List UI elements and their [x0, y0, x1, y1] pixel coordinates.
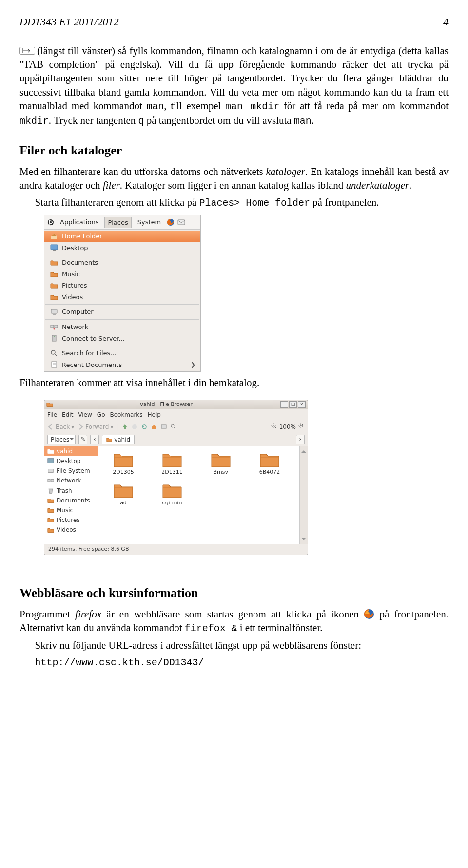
svg-rect-6 — [178, 220, 185, 225]
path-fwd-button[interactable]: › — [296, 435, 305, 444]
places-connect-server[interactable]: Connect to Server... — [44, 333, 200, 345]
side-vahid[interactable]: vahid — [44, 446, 98, 456]
header-page-number: 4 — [443, 15, 448, 29]
svg-point-16 — [51, 350, 55, 354]
menu-applications[interactable]: Applications — [57, 217, 101, 228]
places-music[interactable]: Music — [44, 269, 200, 280]
folder-item[interactable]: 2D1305 — [101, 451, 145, 476]
zoom-controls: 100% — [271, 423, 305, 431]
forward-button[interactable]: Forward ▾ — [77, 423, 113, 431]
fb-statusbar: 294 items, Free space: 8.6 GB — [44, 544, 308, 555]
places-videos[interactable]: Videos — [44, 291, 200, 303]
zoom-level: 100% — [279, 423, 296, 431]
places-computer[interactable]: Computer — [44, 306, 200, 318]
menu-bookmarks[interactable]: Bookmarks — [110, 411, 142, 419]
menu-system[interactable]: System — [135, 217, 164, 228]
svg-point-13 — [54, 328, 55, 329]
svg-rect-12 — [55, 325, 58, 328]
caption-gnome: Filhanteraren kommer att visa innehållet… — [20, 376, 448, 389]
places-network[interactable]: Network — [44, 321, 200, 333]
svg-rect-24 — [48, 469, 54, 473]
paragraph-url-instruction: Skriv nu följande URL-adress i adressfäl… — [20, 638, 448, 652]
fb-titlebar: vahid - File Browser _ □ × — [44, 400, 308, 410]
folder-item[interactable]: cgi-min — [150, 482, 194, 507]
zoom-out-icon[interactable] — [271, 423, 277, 431]
fb-file-pane[interactable]: 2D1305 2D1311 3msv 6B4072 ad cgi-min — [98, 446, 299, 544]
back-button[interactable]: Back ▾ — [47, 423, 74, 431]
menu-places[interactable]: Places — [104, 217, 131, 228]
ubuntu-icon — [47, 219, 54, 226]
svg-rect-10 — [53, 314, 56, 315]
side-videos[interactable]: Videos — [44, 525, 98, 535]
firefox-panel-icon[interactable] — [167, 218, 175, 226]
places-search[interactable]: Search for Files... — [44, 347, 200, 359]
svg-rect-14 — [52, 335, 56, 341]
folder-item[interactable]: 3msv — [199, 451, 243, 476]
zoom-in-icon[interactable] — [298, 423, 305, 431]
network-icon — [50, 323, 58, 331]
places-home-folder[interactable]: Home Folder — [44, 231, 200, 242]
folder-icon — [50, 259, 58, 267]
fb-menubar: File Edit View Go Bookmarks Help — [44, 409, 308, 421]
gnome-top-panel: Applications Places System — [44, 215, 200, 230]
side-trash[interactable]: Trash — [44, 486, 98, 496]
svg-rect-7 — [51, 245, 58, 250]
side-network[interactable]: Network — [44, 476, 98, 485]
desktop-icon — [50, 244, 58, 251]
side-desktop[interactable]: Desktop — [44, 456, 98, 466]
up-button[interactable] — [121, 424, 128, 430]
places-recent[interactable]: Recent Documents ❯ — [44, 359, 200, 371]
paragraph-tab-completion: (längst till vänster) så fylls kommandon… — [20, 44, 448, 128]
places-dropdown[interactable]: Places — [47, 435, 76, 444]
fb-location-bar: Places ✎ ‹ vahid › — [44, 433, 308, 446]
folder-item[interactable]: 6B4072 — [248, 451, 292, 476]
firefox-icon — [364, 609, 374, 619]
places-pictures[interactable]: Pictures — [44, 280, 200, 291]
minimize-button[interactable]: _ — [280, 401, 288, 408]
home-button[interactable] — [151, 424, 157, 430]
menu-view[interactable]: View — [78, 411, 92, 419]
path-edit-button[interactable]: ✎ — [78, 435, 87, 444]
svg-point-3 — [49, 220, 51, 221]
search-button[interactable] — [170, 424, 177, 430]
svg-point-20 — [171, 424, 174, 427]
fb-toolbar: Back ▾ Forward ▾ | 100% — [44, 421, 308, 433]
evolution-panel-icon[interactable] — [177, 218, 185, 226]
heading-files: Filer och kataloger — [20, 142, 448, 159]
menu-go[interactable]: Go — [97, 411, 105, 419]
maximize-button[interactable]: □ — [289, 401, 297, 408]
places-desktop[interactable]: Desktop — [44, 242, 200, 254]
folder-item[interactable]: ad — [101, 482, 145, 507]
places-documents[interactable]: Documents — [44, 257, 200, 269]
close-button[interactable]: × — [298, 401, 306, 408]
path-back-button[interactable]: ‹ — [90, 435, 99, 444]
breadcrumb-vahid[interactable]: vahid — [102, 435, 135, 444]
computer-button[interactable] — [160, 424, 167, 430]
reload-button[interactable] — [141, 424, 148, 430]
side-filesystem[interactable]: File System — [44, 466, 98, 476]
side-pictures[interactable]: Pictures — [44, 515, 98, 525]
stop-button[interactable] — [131, 424, 138, 430]
computer-icon — [50, 308, 58, 316]
fb-title-text: vahid - File Browser — [53, 401, 279, 408]
recent-icon — [50, 361, 58, 368]
screenshot-places-menu: Applications Places System Home Folder D… — [44, 215, 448, 372]
folder-item[interactable]: 2D1311 — [150, 451, 194, 476]
svg-rect-26 — [51, 479, 54, 481]
scrollbar[interactable] — [299, 446, 308, 544]
connect-icon — [50, 334, 58, 342]
svg-rect-25 — [48, 479, 50, 481]
svg-point-18 — [132, 424, 137, 429]
svg-point-15 — [54, 336, 55, 337]
home-folder-icon — [50, 232, 58, 240]
header-left: DD1343 E1 2011/2012 — [20, 15, 119, 29]
paragraph-file-manager: Med en filhanterare kan du utforska dato… — [20, 165, 448, 193]
menu-help[interactable]: Help — [148, 411, 161, 419]
svg-rect-19 — [161, 425, 166, 428]
menu-file[interactable]: File — [47, 411, 57, 419]
menu-edit[interactable]: Edit — [62, 411, 73, 419]
search-icon — [50, 349, 58, 357]
side-documents[interactable]: Documents — [44, 496, 98, 505]
side-music[interactable]: Music — [44, 505, 98, 515]
submenu-arrow-icon: ❯ — [191, 361, 195, 368]
